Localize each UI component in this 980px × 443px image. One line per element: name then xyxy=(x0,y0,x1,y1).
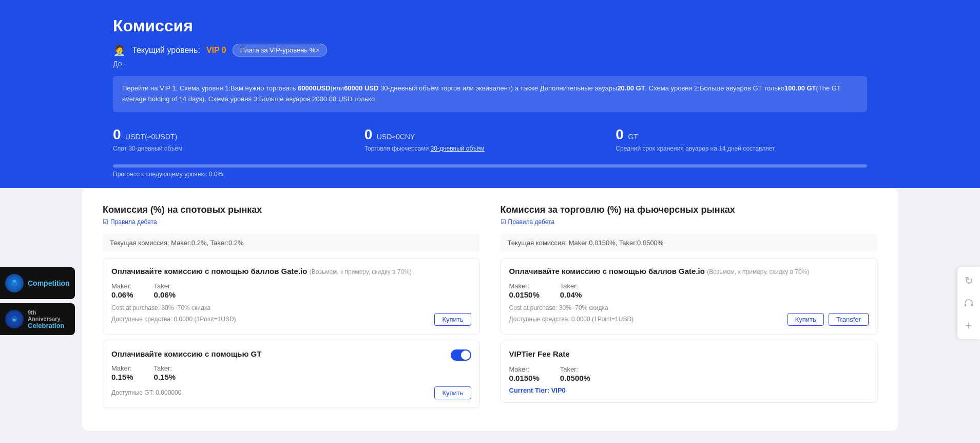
stat-gt-number: 0 xyxy=(616,126,624,142)
spot-gt-toggle[interactable] xyxy=(451,349,471,361)
futures-gate-title-row: Оплачивайте комиссию с помощью баллов Ga… xyxy=(509,267,869,276)
until-label: До - xyxy=(113,60,867,68)
stats-row: 0 USDT(≈0USDT) Спот 30-дневный объём 0 U… xyxy=(113,126,867,152)
anniversary-label-bottom: Celebration xyxy=(28,322,70,329)
spot-gt-taker-value: 0.15% xyxy=(154,373,176,381)
futures-gate-maker-taker: Maker: 0.0150% Taker: 0.04% xyxy=(509,281,869,299)
right-sidebar: ↻ + xyxy=(957,267,980,339)
futures-vip-tier-section: VIPTier Fee Rate Maker: 0.0150% Taker: 0… xyxy=(501,341,878,403)
futures-current-tier-label: Current Tier: xyxy=(509,386,550,394)
anniversary-widget[interactable]: 9 9th Anniversary Celebration xyxy=(0,303,75,335)
stat-gt-label: Средний срок хранения авуаров на 14 дней… xyxy=(616,145,867,152)
vip-row: 🧑‍💼 Текущий уровень: VIP 0 Плата за VIP-… xyxy=(113,44,867,57)
progress-label: Прогресс к следующему уровню: 0.0% xyxy=(113,171,867,178)
spot-gate-buy-button[interactable]: Купить xyxy=(434,313,471,326)
spot-gate-cost-label: Cost at purchase: xyxy=(111,304,160,311)
vip-label: Текущий уровень: xyxy=(132,46,200,55)
spot-gate-cost-value: 30% -70% скидка xyxy=(161,304,210,311)
spot-title: Комиссия (%) на спотовых рынках xyxy=(103,205,480,215)
stat-spot-value: 0 USDT(≈0USDT) xyxy=(113,126,364,143)
spot-gt-taker: Taker: 0.15% xyxy=(154,363,176,381)
futures-title: Комиссия за торговлю (%) на фьючерсных р… xyxy=(501,205,878,215)
futures-vip-tier-maker-value: 0.0150% xyxy=(509,374,540,382)
spot-gate-taker-label: Taker: xyxy=(154,282,172,290)
vip-emoji-icon: 🧑‍💼 xyxy=(113,44,126,57)
futures-gate-action-buttons: Купить Transfer xyxy=(787,313,869,326)
spot-gt-available-value: 0.000000 xyxy=(156,389,181,396)
spot-gate-title-row: Оплачивайте комиссию с помощью баллов Ga… xyxy=(111,267,471,276)
svg-rect-7 xyxy=(971,304,973,306)
stat-spot-unit: USDT(≈0USDT) xyxy=(125,133,177,141)
svg-point-2 xyxy=(13,280,16,283)
spot-gt-maker-label: Maker: xyxy=(111,364,132,372)
stat-gt-value: 0 GT xyxy=(616,126,867,143)
anniversary-icon: 9 xyxy=(5,310,24,328)
spot-gt-available: Доступные GT: 0.000000 Купить xyxy=(111,386,471,399)
spot-gt-title: Оплачивайте комиссию с помощью GT xyxy=(111,349,471,358)
competition-widget[interactable]: Competition xyxy=(0,267,75,299)
futures-gate-cost-label: Cost at purchase: xyxy=(509,304,558,311)
toggle-knob xyxy=(461,350,470,360)
futures-gate-taker-value: 0.04% xyxy=(560,290,582,299)
stat-gt-unit: GT xyxy=(628,133,638,141)
futures-vip-tier-taker-value: 0.0500% xyxy=(560,374,590,382)
progress-section: Прогресс к следующему уровню: 0.0% xyxy=(113,164,867,178)
spot-gate-cost: Cost at purchase: 30% -70% скидка xyxy=(111,304,471,311)
stat-spot: 0 USDT(≈0USDT) Спот 30-дневный объём xyxy=(113,126,364,152)
spot-gate-note: (Возьмем, к примеру, скидку в 70%) xyxy=(310,268,412,275)
futures-gate-available-text: Доступные средства: 0.0000 (1Point=1USD) xyxy=(509,316,634,323)
futures-gate-taker-label: Taker: xyxy=(560,282,578,290)
headset-icon[interactable] xyxy=(962,296,976,310)
anniversary-text: 9th Anniversary Celebration xyxy=(28,309,70,329)
add-icon[interactable]: + xyxy=(962,319,976,333)
spot-gt-maker-taker: Maker: 0.15% Taker: 0.15% xyxy=(111,363,471,381)
page-title: Комиссия xyxy=(113,16,867,35)
futures-vip-tier-maker-taker: Maker: 0.0150% Taker: 0.0500% xyxy=(509,364,869,382)
spot-gate-available-text: Доступные средства: 0.0000 (1Point=1USD) xyxy=(111,316,236,323)
spot-gate-available-label: Доступные средства: xyxy=(111,316,172,323)
spot-gt-maker: Maker: 0.15% xyxy=(111,363,133,381)
stat-futures-value: 0 USD≈0CNY xyxy=(364,126,616,143)
futures-debit-rules[interactable]: Правила дебета xyxy=(501,218,878,226)
sidebar-widgets: Competition 9 9th Anniversary Celebratio… xyxy=(0,267,75,335)
blue-section: Комиссия 🧑‍💼 Текущий уровень: VIP 0 Плат… xyxy=(0,0,980,198)
spot-commission-info: Текущая комиссия: Maker:0.2%, Taker:0.2% xyxy=(103,234,480,252)
futures-gate-available-label: Доступные средства: xyxy=(509,316,570,323)
spot-gate-maker: Maker: 0.06% xyxy=(111,281,133,299)
futures-gate-title: Оплачивайте комиссию с помощью баллов Ga… xyxy=(509,267,705,275)
futures-gate-cost: Cost at purchase: 30% -70% скидка xyxy=(509,304,869,311)
spot-gt-taker-label: Taker: xyxy=(154,364,172,372)
futures-current-tier-value: VIP0 xyxy=(551,386,566,394)
futures-gate-available-value: 0.0000 (1Point=1USD) xyxy=(571,316,633,323)
futures-vip-tier-title: VIPTier Fee Rate xyxy=(509,349,869,358)
info-text: Перейти на VIP 1, Схема уровня 1:Вам нуж… xyxy=(122,84,841,103)
stat-gt: 0 GT Средний срок хранения авуаров на 14… xyxy=(616,126,867,152)
spot-gt-buy-button[interactable]: Купить xyxy=(434,386,471,399)
spot-debit-rules[interactable]: Правила дебета xyxy=(103,218,480,226)
svg-text:9: 9 xyxy=(13,318,16,322)
spot-gate-title: Оплачивайте комиссию с помощью баллов Ga… xyxy=(111,267,307,275)
info-box: Перейти на VIP 1, Схема уровня 1:Вам нуж… xyxy=(113,76,867,112)
futures-commission-info: Текущая комиссия: Maker:0.0150%, Taker:0… xyxy=(501,234,878,252)
vip-value: VIP 0 xyxy=(206,46,226,55)
refresh-icon[interactable]: ↻ xyxy=(962,273,976,288)
futures-gate-cost-value: 30% -70% скидка xyxy=(559,304,608,311)
spot-gt-maker-value: 0.15% xyxy=(111,373,133,381)
futures-gate-taker: Taker: 0.04% xyxy=(560,281,582,299)
futures-gate-maker-value: 0.0150% xyxy=(509,290,540,299)
cards-section: Комиссия (%) на спотовых рынках Правила … xyxy=(82,188,898,431)
spot-gate-maker-label: Maker: xyxy=(111,282,132,290)
spot-gate-taker: Taker: 0.06% xyxy=(154,281,176,299)
spot-gate-maker-value: 0.06% xyxy=(111,290,133,299)
competition-icon xyxy=(5,274,24,292)
spot-gate-available: Доступные средства: 0.0000 (1Point=1USD)… xyxy=(111,313,471,326)
futures-gate-buy-button[interactable]: Купить xyxy=(787,313,824,326)
futures-gate-card: Оплачивайте комиссию с помощью баллов Ga… xyxy=(501,258,878,335)
vip-fee-button[interactable]: Плата за VIP-уровень %> xyxy=(233,44,327,57)
futures-gate-transfer-button[interactable]: Transfer xyxy=(829,313,869,326)
svg-rect-6 xyxy=(965,304,966,306)
futures-gate-available: Доступные средства: 0.0000 (1Point=1USD)… xyxy=(509,313,869,326)
futures-gate-maker-label: Maker: xyxy=(509,282,530,290)
futures-current-tier-row: Current Tier: VIP0 xyxy=(509,386,869,394)
stat-futures: 0 USD≈0CNY Торговля фьючерсами 30-дневны… xyxy=(364,126,616,152)
